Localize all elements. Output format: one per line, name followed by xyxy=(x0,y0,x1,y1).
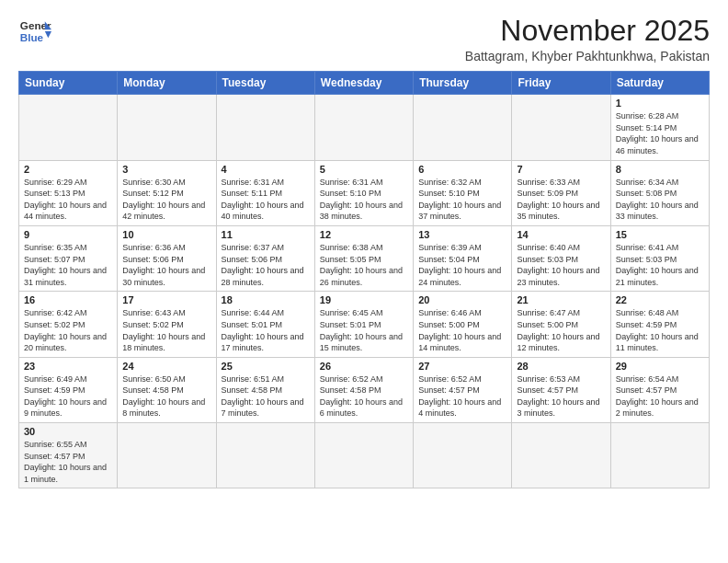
day-info: Sunrise: 6:39 AM Sunset: 5:04 PM Dayligh… xyxy=(418,242,506,288)
day-number: 17 xyxy=(122,294,210,305)
table-row: 13Sunrise: 6:39 AM Sunset: 5:04 PM Dayli… xyxy=(414,225,512,291)
day-info: Sunrise: 6:33 AM Sunset: 5:09 PM Dayligh… xyxy=(517,177,605,223)
table-row xyxy=(512,423,610,488)
day-number: 11 xyxy=(222,229,310,240)
table-row: 29Sunrise: 6:54 AM Sunset: 4:57 PM Dayli… xyxy=(610,357,709,422)
header-wednesday: Wednesday xyxy=(314,72,413,95)
calendar-table: Sunday Monday Tuesday Wednesday Thursday… xyxy=(18,71,710,488)
day-info: Sunrise: 6:36 AM Sunset: 5:06 PM Dayligh… xyxy=(122,242,210,288)
day-number: 14 xyxy=(517,229,605,240)
svg-text:Blue: Blue xyxy=(20,31,44,43)
table-row xyxy=(118,423,216,488)
table-row: 5Sunrise: 6:31 AM Sunset: 5:10 PM Daylig… xyxy=(314,160,413,225)
table-row: 10Sunrise: 6:36 AM Sunset: 5:06 PM Dayli… xyxy=(118,225,216,291)
table-row: 16Sunrise: 6:42 AM Sunset: 5:02 PM Dayli… xyxy=(19,292,118,357)
day-info: Sunrise: 6:50 AM Sunset: 4:58 PM Dayligh… xyxy=(122,373,210,419)
day-number: 5 xyxy=(320,164,408,175)
day-number: 28 xyxy=(517,361,605,372)
table-row: 26Sunrise: 6:52 AM Sunset: 4:58 PM Dayli… xyxy=(314,357,413,422)
day-info: Sunrise: 6:47 AM Sunset: 5:00 PM Dayligh… xyxy=(517,307,605,353)
day-info: Sunrise: 6:49 AM Sunset: 4:59 PM Dayligh… xyxy=(24,373,112,419)
page-header: General Blue November 2025 Battagram, Kh… xyxy=(18,15,710,63)
table-row xyxy=(216,423,314,488)
table-row: 22Sunrise: 6:48 AM Sunset: 4:59 PM Dayli… xyxy=(610,292,709,357)
table-row xyxy=(216,95,314,160)
day-number: 20 xyxy=(418,294,506,305)
day-info: Sunrise: 6:28 AM Sunset: 5:14 PM Dayligh… xyxy=(616,110,704,156)
day-number: 12 xyxy=(320,229,408,240)
calendar-week-row: 16Sunrise: 6:42 AM Sunset: 5:02 PM Dayli… xyxy=(19,292,710,357)
day-number: 19 xyxy=(320,294,408,305)
day-info: Sunrise: 6:34 AM Sunset: 5:08 PM Dayligh… xyxy=(616,177,704,223)
svg-marker-3 xyxy=(45,31,51,38)
day-info: Sunrise: 6:42 AM Sunset: 5:02 PM Dayligh… xyxy=(24,307,112,353)
day-number: 23 xyxy=(24,361,112,372)
month-year-title: November 2025 xyxy=(465,15,710,47)
table-row xyxy=(19,95,118,160)
header-thursday: Thursday xyxy=(414,72,512,95)
table-row: 20Sunrise: 6:46 AM Sunset: 5:00 PM Dayli… xyxy=(414,292,512,357)
day-number: 1 xyxy=(616,98,704,109)
table-row xyxy=(610,423,709,488)
table-row: 23Sunrise: 6:49 AM Sunset: 4:59 PM Dayli… xyxy=(19,357,118,422)
table-row xyxy=(314,95,413,160)
day-number: 24 xyxy=(122,361,210,372)
day-info: Sunrise: 6:40 AM Sunset: 5:03 PM Dayligh… xyxy=(517,242,605,288)
calendar-week-row: 2Sunrise: 6:29 AM Sunset: 5:13 PM Daylig… xyxy=(19,160,710,225)
day-info: Sunrise: 6:54 AM Sunset: 4:57 PM Dayligh… xyxy=(616,373,704,419)
header-sunday: Sunday xyxy=(19,72,118,95)
day-number: 3 xyxy=(122,164,210,175)
day-info: Sunrise: 6:41 AM Sunset: 5:03 PM Dayligh… xyxy=(616,242,704,288)
header-monday: Monday xyxy=(118,72,216,95)
day-info: Sunrise: 6:43 AM Sunset: 5:02 PM Dayligh… xyxy=(122,307,210,353)
table-row: 18Sunrise: 6:44 AM Sunset: 5:01 PM Dayli… xyxy=(216,292,314,357)
day-number: 15 xyxy=(616,229,704,240)
day-number: 25 xyxy=(222,361,310,372)
table-row xyxy=(314,423,413,488)
table-row xyxy=(118,95,216,160)
day-number: 30 xyxy=(24,426,112,437)
table-row: 6Sunrise: 6:32 AM Sunset: 5:10 PM Daylig… xyxy=(414,160,512,225)
calendar-week-row: 30Sunrise: 6:55 AM Sunset: 4:57 PM Dayli… xyxy=(19,423,710,488)
table-row: 1Sunrise: 6:28 AM Sunset: 5:14 PM Daylig… xyxy=(610,95,709,160)
location-subtitle: Battagram, Khyber Pakhtunkhwa, Pakistan xyxy=(465,49,710,63)
table-row: 27Sunrise: 6:52 AM Sunset: 4:57 PM Dayli… xyxy=(414,357,512,422)
day-info: Sunrise: 6:35 AM Sunset: 5:07 PM Dayligh… xyxy=(24,242,112,288)
calendar-week-row: 1Sunrise: 6:28 AM Sunset: 5:14 PM Daylig… xyxy=(19,95,710,160)
day-info: Sunrise: 6:52 AM Sunset: 4:58 PM Dayligh… xyxy=(320,373,408,419)
table-row xyxy=(414,95,512,160)
day-number: 18 xyxy=(222,294,310,305)
day-number: 26 xyxy=(320,361,408,372)
day-number: 4 xyxy=(222,164,310,175)
header-saturday: Saturday xyxy=(610,72,709,95)
day-info: Sunrise: 6:32 AM Sunset: 5:10 PM Dayligh… xyxy=(418,177,506,223)
day-info: Sunrise: 6:45 AM Sunset: 5:01 PM Dayligh… xyxy=(320,307,408,353)
day-number: 27 xyxy=(418,361,506,372)
day-number: 2 xyxy=(24,164,112,175)
day-info: Sunrise: 6:52 AM Sunset: 4:57 PM Dayligh… xyxy=(418,373,506,419)
day-number: 8 xyxy=(616,164,704,175)
day-number: 13 xyxy=(418,229,506,240)
day-info: Sunrise: 6:51 AM Sunset: 4:58 PM Dayligh… xyxy=(222,373,310,419)
calendar-week-row: 9Sunrise: 6:35 AM Sunset: 5:07 PM Daylig… xyxy=(19,225,710,291)
table-row: 21Sunrise: 6:47 AM Sunset: 5:00 PM Dayli… xyxy=(512,292,610,357)
day-number: 22 xyxy=(616,294,704,305)
title-block: November 2025 Battagram, Khyber Pakhtunk… xyxy=(465,15,710,63)
day-number: 6 xyxy=(418,164,506,175)
table-row: 7Sunrise: 6:33 AM Sunset: 5:09 PM Daylig… xyxy=(512,160,610,225)
day-number: 10 xyxy=(122,229,210,240)
day-number: 16 xyxy=(24,294,112,305)
day-info: Sunrise: 6:31 AM Sunset: 5:10 PM Dayligh… xyxy=(320,177,408,223)
day-number: 9 xyxy=(24,229,112,240)
day-info: Sunrise: 6:37 AM Sunset: 5:06 PM Dayligh… xyxy=(222,242,310,288)
table-row: 14Sunrise: 6:40 AM Sunset: 5:03 PM Dayli… xyxy=(512,225,610,291)
table-row: 11Sunrise: 6:37 AM Sunset: 5:06 PM Dayli… xyxy=(216,225,314,291)
table-row: 2Sunrise: 6:29 AM Sunset: 5:13 PM Daylig… xyxy=(19,160,118,225)
day-info: Sunrise: 6:31 AM Sunset: 5:11 PM Dayligh… xyxy=(222,177,310,223)
day-number: 29 xyxy=(616,361,704,372)
table-row: 28Sunrise: 6:53 AM Sunset: 4:57 PM Dayli… xyxy=(512,357,610,422)
day-number: 21 xyxy=(517,294,605,305)
day-info: Sunrise: 6:29 AM Sunset: 5:13 PM Dayligh… xyxy=(24,177,112,223)
header-friday: Friday xyxy=(512,72,610,95)
day-info: Sunrise: 6:48 AM Sunset: 4:59 PM Dayligh… xyxy=(616,307,704,353)
